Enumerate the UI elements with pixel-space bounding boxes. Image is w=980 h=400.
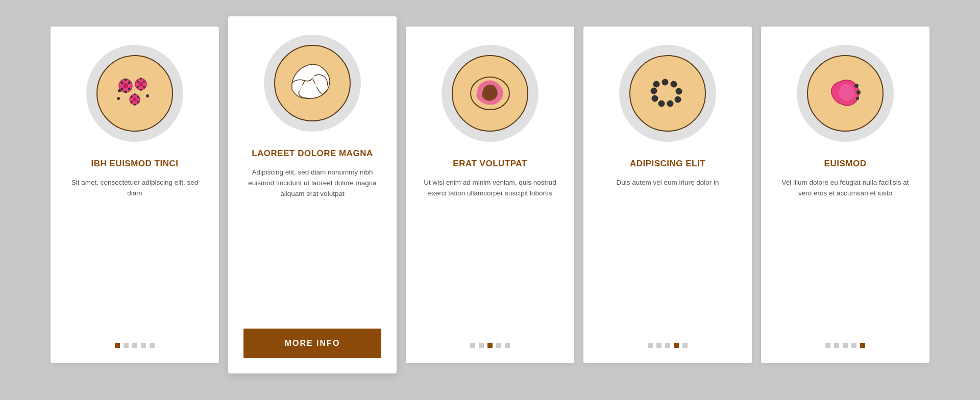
card-3-title: ERAT VOLUTPAT xyxy=(453,158,527,169)
svg-point-37 xyxy=(658,101,665,107)
svg-point-21 xyxy=(134,104,136,106)
card-2-desc: Adipiscing elit, sed diam nonummy nibh e… xyxy=(243,167,381,317)
svg-point-11 xyxy=(143,81,145,83)
svg-point-32 xyxy=(662,79,668,85)
svg-point-3 xyxy=(128,82,131,84)
svg-point-31 xyxy=(653,81,659,87)
dot xyxy=(505,343,510,348)
dot xyxy=(665,343,670,348)
svg-point-35 xyxy=(675,96,681,103)
card-1-dots xyxy=(115,343,155,348)
dot xyxy=(674,343,679,348)
icon-bg-circle-5 xyxy=(797,45,894,142)
svg-point-9 xyxy=(139,82,143,86)
card-1-title: IBH EUISMOD TINCI xyxy=(91,158,179,169)
svg-point-20 xyxy=(134,93,136,95)
svg-point-26 xyxy=(118,89,121,92)
icon-bg-circle-2 xyxy=(264,35,361,132)
card-5-title: EUISMOD xyxy=(824,158,867,169)
dot xyxy=(470,343,475,348)
icon-inner-4 xyxy=(629,55,706,132)
dot xyxy=(851,343,856,348)
dot xyxy=(496,343,501,348)
dot xyxy=(843,343,848,348)
svg-point-1 xyxy=(123,83,128,88)
svg-point-12 xyxy=(140,78,142,80)
svg-point-2 xyxy=(121,82,124,84)
dot xyxy=(479,343,484,348)
card-4: ADIPISCING ELIT Duis autem vel eum iriur… xyxy=(583,27,752,363)
dot xyxy=(648,343,653,348)
dots-petri-icon xyxy=(637,63,698,124)
svg-point-41 xyxy=(854,84,859,88)
card-4-dots xyxy=(648,343,688,348)
card-4-title: ADIPISCING ELIT xyxy=(630,158,705,169)
svg-point-28 xyxy=(315,81,325,88)
svg-point-7 xyxy=(128,88,131,90)
card-3-desc: Ut wisi enim ad minim veniam, quis nostr… xyxy=(421,178,559,329)
svg-point-13 xyxy=(140,89,142,91)
svg-point-42 xyxy=(856,90,861,94)
svg-point-22 xyxy=(131,101,133,103)
card-5-desc: Vel illum dolore eu feugiat nulla facili… xyxy=(776,178,914,329)
svg-point-5 xyxy=(125,91,127,93)
card-1-desc: Sit amet, consectetuer adipiscing elit, … xyxy=(66,178,204,329)
svg-point-40 xyxy=(664,89,672,97)
card-3-dots xyxy=(470,343,510,348)
card-2: LAOREET DOLORE MAGNA Adipiscing elit, se… xyxy=(228,16,397,373)
svg-point-17 xyxy=(133,97,137,102)
icon-inner-5 xyxy=(807,55,884,132)
svg-point-27 xyxy=(302,71,314,80)
icon-bg-circle-4 xyxy=(619,45,716,142)
icon-inner-1 xyxy=(96,55,173,132)
svg-point-34 xyxy=(676,88,682,94)
card-4-desc: Duis autem vel eum iriure dolor in xyxy=(616,178,719,329)
icon-bg-circle-3 xyxy=(442,45,538,142)
globe-petri-icon xyxy=(282,53,343,114)
dot xyxy=(834,343,839,348)
cards-container: IBH EUISMOD TINCI Sit amet, consectetuer… xyxy=(30,11,950,389)
svg-point-6 xyxy=(121,88,124,90)
dot xyxy=(115,343,120,348)
svg-point-29 xyxy=(297,85,306,91)
svg-point-19 xyxy=(137,96,139,98)
blob-petri-icon xyxy=(815,63,876,124)
svg-point-24 xyxy=(117,97,120,100)
dot xyxy=(682,343,688,348)
card-5: EUISMOD Vel illum dolore eu feugiat null… xyxy=(761,27,929,363)
svg-point-14 xyxy=(137,86,139,88)
dot xyxy=(141,343,146,348)
dot xyxy=(132,343,137,348)
icon-inner-3 xyxy=(452,55,528,132)
svg-point-25 xyxy=(146,94,149,97)
more-info-button[interactable]: MORE INFO xyxy=(243,329,381,358)
svg-point-10 xyxy=(137,81,139,83)
icon-bg-circle-1 xyxy=(86,45,183,142)
svg-point-39 xyxy=(651,88,657,94)
virus-petri-icon xyxy=(104,63,165,124)
svg-point-43 xyxy=(856,97,859,100)
dot xyxy=(150,343,155,348)
card-1: IBH EUISMOD TINCI Sit amet, consectetuer… xyxy=(51,27,219,363)
svg-point-33 xyxy=(671,81,677,87)
card-2-title: LAOREET DOLORE MAGNA xyxy=(252,148,373,159)
dot xyxy=(487,343,493,348)
card-3: ERAT VOLUTPAT Ut wisi enim ad minim veni… xyxy=(406,27,574,363)
card-5-dots xyxy=(825,343,865,348)
dot xyxy=(860,343,865,348)
svg-point-18 xyxy=(131,96,133,98)
svg-point-38 xyxy=(652,95,658,102)
svg-point-23 xyxy=(137,101,139,103)
lesion-petri-icon xyxy=(459,63,521,124)
dot xyxy=(656,343,662,348)
icon-inner-2 xyxy=(274,45,351,121)
dot xyxy=(124,343,129,348)
svg-point-4 xyxy=(125,79,127,81)
dot xyxy=(825,343,830,348)
svg-point-36 xyxy=(667,101,673,107)
svg-point-15 xyxy=(143,86,145,88)
